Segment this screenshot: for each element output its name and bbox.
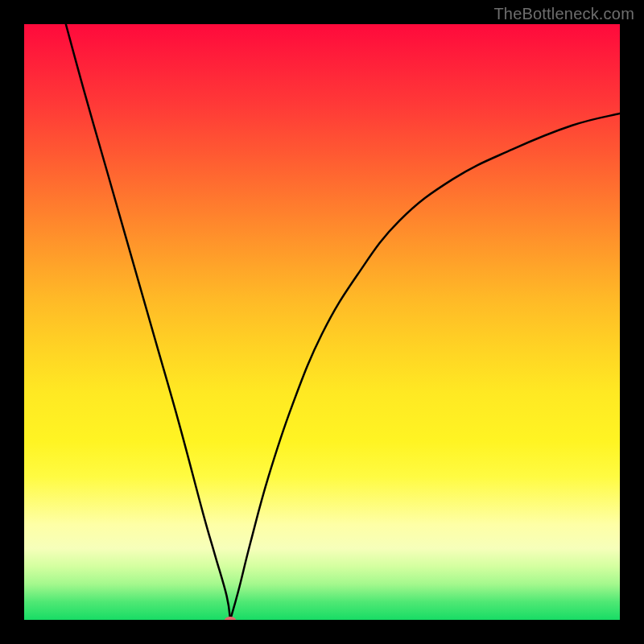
chart-frame: TheBottleneck.com [0,0,644,644]
plot-area [24,24,620,620]
watermark-text: TheBottleneck.com [493,5,634,23]
bottleneck-curve [24,24,620,620]
